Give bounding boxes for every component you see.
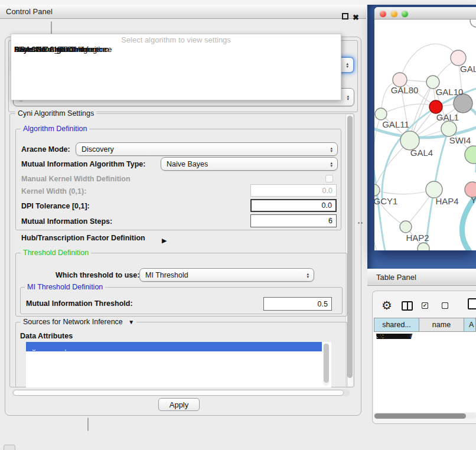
combo-stepper-icon	[330, 146, 332, 152]
kernel-width-label: Kernel Width (0,1):	[21, 187, 86, 195]
aracne-mode-value: Discovery	[81, 145, 114, 154]
mi-steps-field[interactable]: 6	[250, 214, 337, 227]
dpi-tolerance-label: DPI Tolerance [0,1]:	[21, 202, 90, 210]
kernel-width-field[interactable]: 0.0	[250, 184, 337, 197]
node-label: HAP4	[435, 196, 458, 206]
node-label: Y	[471, 195, 476, 205]
minimize-traffic-light[interactable]	[391, 11, 397, 17]
network-graph: GALGAL80GAL10GAL1GAL11GAL4SWI4GCY1HAP4YH…	[374, 19, 476, 250]
expand-arrow-icon	[162, 234, 167, 245]
settings-group-title: Cyni Algorithm Settings	[15, 109, 96, 118]
node-label: GAL10	[436, 87, 464, 97]
mi-threshold-field[interactable]: 0.5	[263, 297, 332, 311]
tab-infer-network[interactable]: Infer Network	[88, 418, 89, 427]
node-label: GAL4	[410, 148, 433, 158]
mi-type-value: Naive Bayes	[167, 160, 208, 168]
network-view-window: GALGAL80GAL10GAL1GAL11GAL4SWI4GCY1HAP4YH…	[374, 7, 476, 250]
unchecked-box-icon	[442, 302, 448, 309]
import-table-icon[interactable]	[468, 298, 476, 309]
which-threshold-value: MI Threshold	[145, 271, 188, 279]
network-window-titlebar	[374, 7, 476, 19]
column-header-cut[interactable]: A	[464, 318, 476, 332]
columns-icon[interactable]	[402, 301, 413, 311]
control-panel-tabs: NetworkStyleSelectCyni ToolboxjActiveMNo…	[51, 21, 52, 35]
node-label: GAL11	[382, 119, 409, 129]
column-header-label: A	[469, 321, 474, 329]
float-panel-icon[interactable]	[342, 13, 348, 19]
control-panel-title: Control Panel	[6, 5, 53, 19]
data-attributes-label: Data Attributes	[20, 332, 73, 340]
dropdown-placeholder: Select algorithm to view settings	[11, 35, 341, 44]
tab-discretize-data[interactable]: Discretize Data	[88, 418, 89, 427]
cyni-mode-tabs: Impute DataDiscretize DataInfer Network	[87, 418, 89, 431]
node-label: GAL80	[391, 85, 419, 95]
network-node[interactable]	[429, 100, 442, 113]
network-node-swi4[interactable]	[465, 146, 476, 164]
tab-impute-data[interactable]: Impute Data	[88, 418, 89, 427]
kernel-width-value: 0.0	[322, 187, 332, 195]
mi-threshold-label: Mutual Information Threshold:	[26, 299, 133, 308]
settings-horizontal-scrollbar[interactable]	[12, 389, 350, 396]
network-node-labels: GALGAL80GAL10GAL1GAL11GAL4SWI4GCY1HAP4YH…	[374, 64, 476, 243]
which-threshold-combobox[interactable]: MI Threshold	[139, 268, 314, 282]
algorithm-dropdown-popup: Select algorithm to view settings Bayesi…	[11, 34, 341, 100]
node-label: SWI4	[449, 135, 471, 145]
close-traffic-light[interactable]	[380, 11, 386, 17]
network-node-gal11[interactable]	[375, 108, 387, 120]
checked-box-icon	[422, 302, 428, 309]
network-node-gal1[interactable]	[441, 121, 457, 136]
tab-style[interactable]: Style	[51, 22, 52, 31]
aracne-mode-combobox[interactable]: Discovery	[76, 142, 338, 156]
panel-splitter-grip[interactable]	[358, 221, 364, 226]
threshold-definition-title: Threshold Definition	[21, 249, 91, 257]
settings-horizontal-thumb[interactable]	[13, 390, 344, 396]
gear-icon[interactable]	[382, 299, 393, 311]
which-threshold-label: Which threshold to use:	[56, 271, 139, 279]
mi-steps-value: 6	[328, 217, 332, 225]
column-header-label: shared...	[382, 321, 411, 329]
network-node-hap2[interactable]	[400, 221, 412, 233]
manual-kernel-label: Manual Kernel Width Definition	[21, 175, 131, 183]
attributes-scrollbar-thumb[interactable]	[324, 344, 329, 383]
table-panel-titlebar: Table Panel	[367, 269, 476, 286]
network-node[interactable]	[470, 19, 476, 27]
close-panel-icon[interactable]	[353, 12, 361, 20]
table-horizontal-thumb[interactable]	[374, 413, 466, 419]
hub-section-toggle[interactable]: Hub/Transcription Factor Definition	[21, 234, 187, 243]
mi-type-combobox[interactable]: Naive Bayes	[161, 157, 338, 171]
attribute-item-partial[interactable]	[26, 342, 322, 350]
dpi-tolerance-field[interactable]: 0.0	[250, 199, 337, 212]
application-window: Control Panel NetworkStyleSelectCyni Too…	[0, 0, 476, 450]
tab-network[interactable]: Network	[51, 22, 52, 31]
settings-scrollbar-thumb[interactable]	[347, 116, 353, 378]
network-node-hap4[interactable]	[426, 181, 442, 198]
control-panel-titlebar: Control Panel	[0, 5, 366, 19]
attributes-scrollbar[interactable]	[323, 343, 329, 386]
grip-dot	[361, 222, 363, 224]
mi-threshold-definition-title: MI Threshold Definition	[25, 283, 105, 291]
combo-stepper-icon	[330, 161, 332, 167]
algorithm-option-dream8-dc-tdc-algorithm[interactable]: Dream8 DC_TDC Algorithm	[11, 45, 109, 54]
table-cell: 9	[374, 332, 386, 341]
zoom-traffic-light[interactable]	[402, 11, 408, 17]
tab-jactivemnodules[interactable]: jActiveMNodules	[51, 22, 52, 31]
tab-cyni-toolbox[interactable]: Cyni Toolbox	[51, 22, 52, 31]
collapse-arrow-icon[interactable]	[128, 318, 134, 326]
node-label: GAL	[460, 64, 476, 74]
apply-button[interactable]: Apply	[158, 398, 200, 411]
network-node-gcy1[interactable]	[374, 184, 380, 196]
sources-title-text: Sources for Network Inference	[23, 318, 123, 326]
node-label: GCY1	[374, 196, 397, 206]
tab-select[interactable]: Select	[51, 22, 52, 31]
table-horizontal-scrollbar[interactable]	[374, 413, 476, 419]
network-node[interactable]	[418, 243, 429, 250]
manual-kernel-checkbox[interactable]	[325, 175, 333, 182]
column-header-shared-name[interactable]: shared...	[374, 318, 419, 332]
minimized-panel-square[interactable]	[4, 445, 15, 450]
data-attributes-list[interactable]: SelfLoopsTopologicalCoefficientBetweenne…	[26, 342, 331, 387]
mi-threshold-value: 0.5	[318, 300, 328, 308]
hub-section-label: Hub/Transcription Factor Definition	[21, 234, 145, 242]
column-header-name[interactable]: name	[419, 318, 464, 332]
node-table: YDL19...YDL19...13YDR27...YDR27...12YBR0…	[374, 332, 476, 412]
table-panel-title: Table Panel	[376, 269, 416, 286]
